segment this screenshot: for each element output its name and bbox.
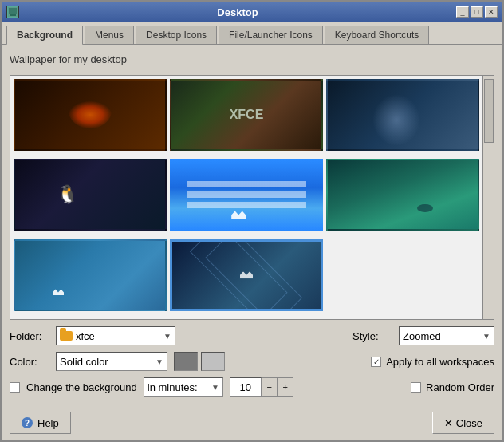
style-dropdown-arrow: ▼: [482, 332, 490, 341]
change-bg-checkbox[interactable]: [10, 382, 20, 393]
minutes-select[interactable]: in minutes: ▼: [144, 377, 223, 397]
folder-style-row: Folder: xfce ▼ Style: Zoomed ▼: [10, 326, 494, 345]
wallpaper-grid: XFCE 🐧: [10, 76, 482, 319]
wallpaper-item[interactable]: XFCE: [170, 79, 323, 151]
help-button[interactable]: ? Help: [10, 412, 71, 434]
color-dropdown-arrow: ▼: [156, 357, 163, 366]
change-bg-row: Change the background in minutes: ▼ − + …: [10, 377, 494, 397]
svg-rect-1: [9, 8, 17, 14]
close-button[interactable]: ✕: [485, 6, 498, 18]
spinner-decrement[interactable]: −: [262, 377, 278, 397]
tab-desktop-icons[interactable]: Desktop Icons: [136, 26, 217, 44]
window-title: Desktop: [19, 6, 456, 18]
color-label: Color:: [10, 356, 49, 368]
wallpaper-item[interactable]: [326, 159, 479, 231]
spinner-increment[interactable]: +: [278, 377, 293, 397]
close-button[interactable]: ✕ Close: [432, 412, 494, 434]
tab-keyboard-shortcuts[interactable]: Keyboard Shortcuts: [325, 26, 429, 44]
tab-file-launcher-icons[interactable]: File/Launcher Icons: [219, 26, 323, 44]
footer: ? Help ✕ Close: [2, 405, 502, 440]
tab-bar: Background Menus Desktop Icons File/Laun…: [2, 22, 502, 45]
window-icon: [6, 6, 19, 18]
wallpaper-item[interactable]: [14, 239, 167, 311]
apply-all-checkbox[interactable]: [371, 357, 381, 367]
color-select[interactable]: Solid color ▼: [56, 352, 167, 371]
color-apply-row: Color: Solid color ▼ Apply to all worksp…: [10, 352, 494, 371]
apply-all-row: Apply to all workspaces: [371, 356, 494, 368]
titlebar: Desktop _ □ ✕: [2, 2, 502, 22]
random-order-checkbox[interactable]: [411, 382, 421, 393]
color-swatches: [174, 352, 225, 371]
folder-label: Folder:: [10, 330, 49, 342]
main-content: Wallpaper for my desktop XFCE 🐧: [2, 45, 502, 405]
wallpaper-item[interactable]: 🐧: [14, 159, 167, 231]
desktop-window: Desktop _ □ ✕ Background Menus Desktop I…: [0, 0, 504, 442]
minutes-spinner: − +: [230, 377, 293, 397]
minimize-button[interactable]: _: [456, 6, 469, 18]
maximize-button[interactable]: □: [471, 6, 483, 18]
tab-background[interactable]: Background: [6, 26, 83, 45]
apply-all-label: Apply to all workspaces: [386, 356, 494, 368]
wallpaper-grid-container: XFCE 🐧: [10, 75, 494, 320]
scrollbar-thumb[interactable]: [484, 79, 494, 143]
folder-icon: [60, 331, 73, 341]
folder-dropdown-arrow: ▼: [163, 332, 171, 341]
section-title: Wallpaper for my desktop: [10, 53, 494, 65]
color-swatch-light[interactable]: [201, 352, 225, 371]
tab-menus[interactable]: Menus: [85, 26, 134, 44]
scrollbar[interactable]: [482, 76, 494, 319]
window-controls: _ □ ✕: [456, 6, 498, 18]
color-swatch-dark[interactable]: [174, 352, 198, 371]
wallpaper-item[interactable]: [14, 79, 167, 151]
wallpaper-item[interactable]: [326, 79, 479, 151]
random-order-label: Random Order: [426, 381, 494, 393]
wallpaper-item-selected[interactable]: [170, 239, 323, 311]
style-label: Style:: [352, 330, 392, 342]
change-bg-label: Change the background: [26, 381, 137, 393]
help-icon: ?: [22, 417, 33, 428]
minutes-input[interactable]: [230, 377, 262, 397]
svg-rect-2: [10, 14, 16, 16]
folder-select[interactable]: xfce ▼: [56, 326, 175, 345]
wallpaper-item[interactable]: [170, 159, 323, 231]
minutes-dropdown-arrow: ▼: [211, 383, 219, 392]
style-select[interactable]: Zoomed ▼: [399, 326, 494, 345]
